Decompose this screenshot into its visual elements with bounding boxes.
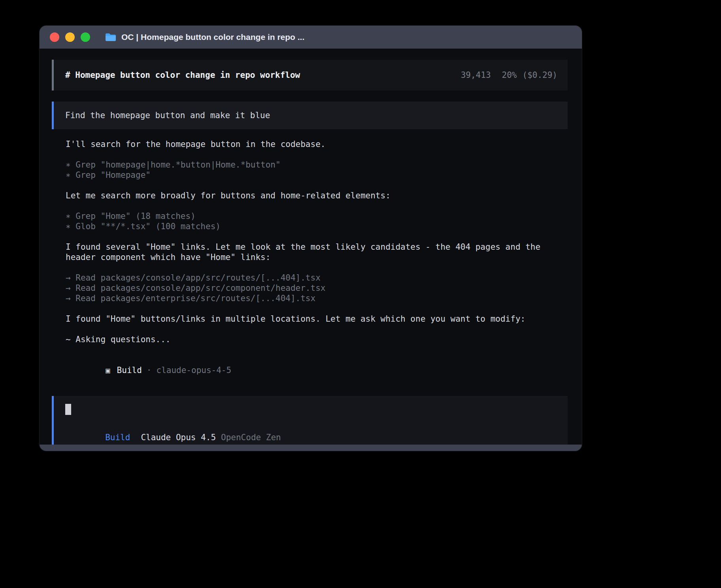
separator-dot: ·: [147, 366, 152, 375]
close-button[interactable]: [50, 32, 59, 42]
session-header: # Homepage button color change in repo w…: [52, 60, 568, 90]
tool-call-group: ∗ Grep "Home" (18 matches) ∗ Glob "**/*.…: [66, 211, 568, 232]
assistant-text-line: I found several "Home" links. Let me loo…: [66, 242, 568, 252]
window-titlebar[interactable]: OC | Homepage button color change in rep…: [40, 26, 582, 49]
prompt-input[interactable]: BuildClaude Opus 4.5OpenCode Zen: [52, 396, 568, 451]
tool-call-group: ∗ Grep "homepage|home.*button|Home.*butt…: [66, 160, 568, 180]
session-stats: 39,41320%($0.29): [421, 61, 557, 89]
minimize-button[interactable]: [65, 32, 75, 42]
text-cursor: [65, 404, 71, 415]
token-count: 39,413: [461, 70, 491, 80]
user-message: Find the homepage button and make it blu…: [52, 102, 568, 129]
tool-call-line: ∗ Grep "Home" (18 matches): [66, 211, 568, 221]
tool-call-line: ∗ Grep "Homepage": [66, 170, 568, 180]
tool-call-line: → Read packages/console/app/src/routes/[…: [66, 273, 568, 283]
session-cost: ($0.29): [522, 70, 557, 80]
tool-call-line: → Read packages/console/app/src/componen…: [66, 283, 568, 293]
context-percent: 20%: [502, 70, 517, 80]
tool-call-line: ∗ Glob "**/*.tsx" (100 matches): [66, 221, 568, 232]
assistant-text-line: I found "Home" buttons/links in multiple…: [66, 314, 568, 324]
assistant-text-line: header component which have "Home" links…: [66, 252, 568, 262]
asking-questions-line: ~ Asking questions...: [66, 334, 568, 345]
tool-call-group: → Read packages/console/app/src/routes/[…: [66, 273, 568, 303]
window-title: OC | Homepage button color change in rep…: [121, 32, 304, 42]
assistant-text-line: Let me search more broadly for buttons a…: [66, 190, 568, 201]
assistant-message: Let me search more broadly for buttons a…: [66, 190, 568, 201]
zoom-button[interactable]: [81, 32, 90, 42]
agent-spinner-icon: ▣: [106, 366, 110, 375]
agent-mode-label[interactable]: Build: [105, 433, 130, 442]
agent-status: ▣Build·claude-opus-4-5: [66, 355, 568, 386]
terminal-content: # Homepage button color change in repo w…: [40, 49, 582, 451]
conversation: I'll search for the homepage button in t…: [52, 139, 568, 386]
tool-call-line: → Read packages/enterprise/src/routes/[.…: [66, 293, 568, 303]
terminal-window: OC | Homepage button color change in rep…: [39, 25, 582, 451]
assistant-message: I'll search for the homepage button in t…: [66, 139, 568, 149]
assistant-status-message: ~ Asking questions...: [66, 334, 568, 345]
user-message-text: Find the homepage button and make it blu…: [65, 111, 270, 120]
agent-model: claude-opus-4-5: [156, 366, 231, 375]
assistant-message: I found "Home" buttons/links in multiple…: [66, 314, 568, 324]
traffic-lights: [50, 32, 96, 42]
model-name: Claude Opus 4.5: [141, 433, 216, 442]
tool-call-line: ∗ Grep "homepage|home.*button|Home.*butt…: [66, 160, 568, 170]
window-bottom-chrome: [40, 445, 582, 451]
session-title: # Homepage button color change in repo w…: [65, 70, 300, 80]
assistant-text-line: I'll search for the homepage button in t…: [66, 139, 568, 149]
agent-name: Build: [117, 366, 142, 375]
assistant-message: I found several "Home" links. Let me loo…: [66, 242, 568, 262]
folder-icon: [105, 32, 117, 42]
provider-name: OpenCode Zen: [221, 433, 281, 442]
